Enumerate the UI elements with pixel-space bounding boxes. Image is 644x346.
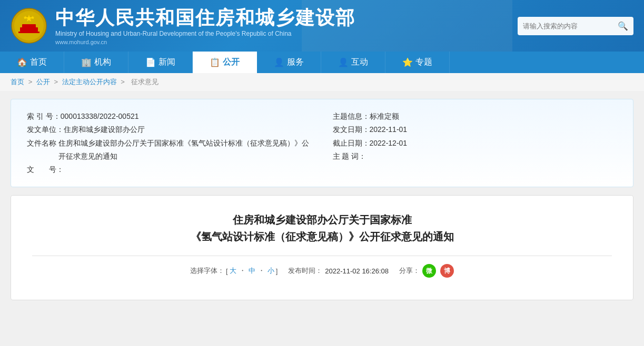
share-icons: 微 博 [422, 264, 454, 278]
site-url: www.mohurd.gov.cn [55, 39, 355, 45]
breadcrumb-open[interactable]: 公开 [36, 78, 50, 86]
site-title-block: 中华人民共和国住房和城乡建设部 Ministry of Housing and … [55, 6, 355, 45]
index-label: 索 引 号： [27, 110, 61, 123]
nav-item-home[interactable]: 🏠 首页 [0, 52, 64, 73]
nav-item-jigou[interactable]: 🏢 机构 [64, 52, 128, 73]
open-icon: 📋 [210, 57, 220, 67]
publish-time: 2022-11-02 16:26:08 [325, 267, 389, 275]
nav-label-home: 首页 [30, 57, 47, 68]
filename-label: 文件名称： [27, 137, 58, 150]
share-label: 分享： [399, 266, 420, 276]
keywords-label: 主 题 词： [333, 150, 366, 163]
font-size-controls: 选择字体： [ 大 ・ 中 ・ 小 ] [190, 266, 278, 276]
nav-label-jigou: 机构 [94, 57, 111, 68]
page-header: 中华人民共和国住房和城乡建设部 Ministry of Housing and … [0, 0, 644, 52]
article-title-line1: 住房和城乡建设部办公厅关于国家标准 [32, 211, 612, 228]
info-row-issuer: 发文单位： 住房和城乡建设部办公厅 [27, 123, 312, 136]
info-row-deadline: 截止日期： 2022-12-01 [333, 137, 618, 150]
logo-area: 中华人民共和国住房和城乡建设部 Ministry of Housing and … [11, 6, 518, 45]
deadline-label: 截止日期： [333, 137, 370, 150]
weibo-icon-text: 博 [444, 267, 450, 276]
font-size-small[interactable]: 小 [267, 266, 274, 276]
nav-item-interact[interactable]: 👤 互动 [321, 52, 385, 73]
breadcrumb-current: 征求意见 [131, 78, 158, 86]
article-title-line2: 《氢气站设计标准（征求意见稿）》公开征求意见的通知 [32, 228, 612, 245]
info-card: 索 引 号： 000013338/2022-00521 发文单位： 住房和城乡建… [11, 99, 633, 187]
svg-rect-4 [18, 32, 39, 33]
font-size-close-bracket: ] [276, 267, 278, 275]
issuer-label: 发文单位： [27, 123, 64, 136]
wechat-share-icon[interactable]: 微 [422, 264, 436, 278]
font-sep1: ・ [239, 266, 246, 276]
topic-icon: ⭐ [402, 57, 413, 67]
issuer-value: 住房和城乡建设部办公厅 [64, 123, 145, 136]
nav-label-topic: 专题 [415, 57, 432, 68]
font-size-open-bracket: [ [226, 267, 228, 275]
info-row-filename: 文件名称： 住房和城乡建设部办公厅关于国家标准《氢气站设计标准（征求意见稿）》公… [27, 137, 312, 163]
topic-value: 标准定额 [370, 110, 399, 123]
nav-item-topic[interactable]: ⭐ 专题 [385, 52, 450, 73]
font-size-large[interactable]: 大 [230, 266, 236, 276]
svg-rect-3 [22, 24, 36, 28]
national-emblem [11, 7, 47, 44]
info-row-index: 索 引 号： 000013338/2022-00521 [27, 110, 312, 123]
site-title-en: Ministry of Housing and Urban-Rural Deve… [55, 30, 355, 37]
font-size-medium[interactable]: 中 [249, 266, 255, 276]
breadcrumb-sep3: > [121, 78, 126, 86]
service-icon: 👤 [274, 57, 284, 67]
index-value: 000013338/2022-00521 [61, 110, 139, 123]
home-icon: 🏠 [17, 57, 27, 67]
info-row-issue-date: 发文日期： 2022-11-01 [333, 123, 618, 136]
search-box[interactable]: 🔍 [518, 17, 633, 35]
nav-label-service: 服务 [287, 57, 304, 68]
svg-rect-2 [20, 27, 38, 32]
deadline-value: 2022-12-01 [370, 137, 408, 150]
nav-label-interact: 互动 [351, 57, 368, 68]
article-meta: 选择字体： [ 大 ・ 中 ・ 小 ] 发布时间： 2022-11-02 16:… [32, 264, 612, 278]
article-divider [32, 256, 612, 256]
interact-icon: 👤 [338, 57, 349, 67]
nav-item-service[interactable]: 👤 服务 [257, 52, 321, 73]
publish-label: 发布时间： [288, 266, 322, 276]
search-input[interactable] [518, 18, 612, 34]
wechat-icon-text: 微 [426, 267, 432, 276]
article-card: 住房和城乡建设部办公厅关于国家标准 《氢气站设计标准（征求意见稿）》公开征求意见… [11, 195, 633, 300]
breadcrumb-home[interactable]: 首页 [11, 78, 24, 86]
nav-item-open[interactable]: 📋 公开 [193, 52, 257, 73]
info-row-docnum: 文 号： [27, 163, 312, 176]
main-content: 索 引 号： 000013338/2022-00521 发文单位： 住房和城乡建… [0, 91, 644, 308]
info-row-keywords: 主 题 词： [333, 150, 618, 163]
issue-date-label: 发文日期： [333, 123, 370, 136]
main-nav: 🏠 首页 🏢 机构 📄 新闻 📋 公开 👤 服务 👤 互动 ⭐ 专题 [0, 52, 644, 73]
font-size-label: 选择字体： [190, 266, 224, 276]
publish-time-item: 发布时间： 2022-11-02 16:26:08 [288, 266, 389, 276]
breadcrumb-sep2: > [54, 78, 60, 86]
filename-value: 住房和城乡建设部办公厅关于国家标准《氢气站设计标准（征求意见稿）》公开征求意见的… [58, 137, 312, 163]
breadcrumb: 首页 > 公开 > 法定主动公开内容 > 征求意见 [0, 73, 644, 91]
article-title: 住房和城乡建设部办公厅关于国家标准 《氢气站设计标准（征求意见稿）》公开征求意见… [32, 211, 612, 245]
site-title-cn: 中华人民共和国住房和城乡建设部 [55, 6, 355, 29]
issue-date-value: 2022-11-01 [370, 123, 408, 136]
share-item: 分享： 微 博 [399, 264, 454, 278]
news-icon: 📄 [145, 57, 156, 67]
jigou-icon: 🏢 [81, 57, 92, 67]
nav-item-news[interactable]: 📄 新闻 [128, 52, 193, 73]
search-button[interactable]: 🔍 [612, 17, 633, 35]
weibo-share-icon[interactable]: 博 [440, 264, 454, 278]
info-row-topic: 主题信息： 标准定额 [333, 110, 618, 123]
docnum-label: 文 号： [27, 163, 64, 176]
nav-label-open: 公开 [223, 57, 240, 68]
font-sep2: ・ [258, 266, 265, 276]
nav-label-news: 新闻 [158, 57, 175, 68]
topic-label: 主题信息： [333, 110, 370, 123]
breadcrumb-statutory[interactable]: 法定主动公开内容 [62, 78, 117, 86]
info-grid: 索 引 号： 000013338/2022-00521 发文单位： 住房和城乡建… [27, 110, 617, 176]
breadcrumb-sep1: > [28, 78, 34, 86]
